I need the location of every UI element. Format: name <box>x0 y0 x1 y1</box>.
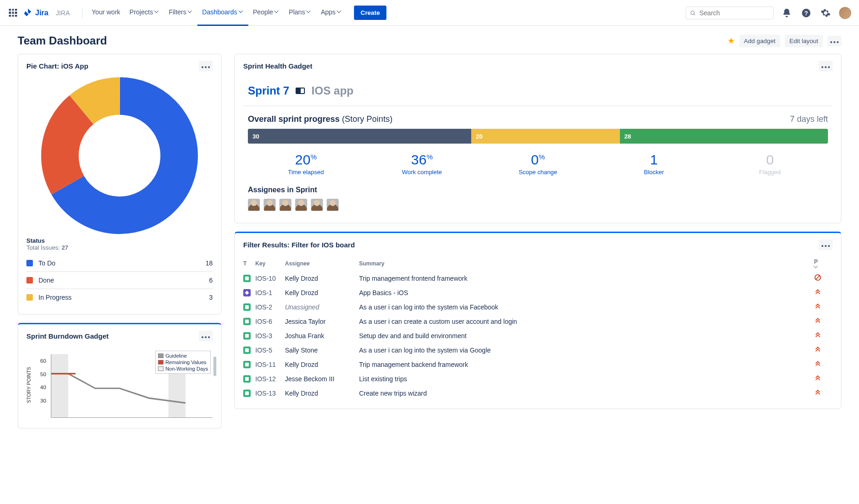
issue-key[interactable]: IOS-6 <box>255 318 272 325</box>
issue-summary[interactable]: App Basics - iOS <box>359 289 408 296</box>
global-search[interactable] <box>686 6 774 19</box>
assignee-avatar[interactable] <box>327 199 339 211</box>
metric-scope-change[interactable]: 0%Scope change <box>480 152 596 176</box>
nav-your-work[interactable]: Your work <box>87 0 125 26</box>
metric-blocker[interactable]: 1Blocker <box>596 152 712 176</box>
issue-summary[interactable]: List existing trips <box>359 375 407 383</box>
chevron-down-icon <box>275 10 279 14</box>
table-row[interactable]: IOS-12 Jesse Beckom III List existing tr… <box>243 372 833 386</box>
table-row[interactable]: IOS-10 Kelly Drozd Trip management front… <box>243 271 833 285</box>
col-key[interactable]: Key <box>255 256 285 271</box>
story-icon <box>243 346 251 354</box>
legend-count: 6 <box>209 277 213 284</box>
days-left: 7 days left <box>790 114 828 124</box>
search-input[interactable] <box>698 9 770 17</box>
nav-items: Your workProjectsFiltersDashboardsPeople… <box>87 0 347 26</box>
legend-swatch <box>26 277 33 284</box>
issue-summary[interactable]: As a user i can log into the system via … <box>359 303 498 311</box>
issue-summary[interactable]: Trip management backend framework <box>359 361 468 368</box>
issue-key[interactable]: IOS-1 <box>255 289 272 296</box>
story-icon <box>243 303 251 311</box>
table-row[interactable]: IOS-13 Kelly Drozd Create new trips wiza… <box>243 386 833 400</box>
pie-more-button[interactable] <box>199 61 213 71</box>
metric-flagged[interactable]: 0Flagged <box>712 152 828 176</box>
filter-more-button[interactable] <box>819 239 833 250</box>
priority-icon <box>814 285 833 300</box>
legend-count: 18 <box>205 259 213 267</box>
legend-row[interactable]: To Do 18 <box>26 255 213 272</box>
pie-legend: To Do 18 Done 6 In Progress 3 <box>26 255 213 306</box>
issue-summary[interactable]: Setup dev and and build environment <box>359 332 467 340</box>
legend-row[interactable]: Done 6 <box>26 272 213 289</box>
progress-segment: 30 <box>248 129 471 144</box>
sprint-metrics: 20%Time elapsed36%Work complete0%Scope c… <box>248 152 828 176</box>
assignee-avatar[interactable] <box>295 199 307 211</box>
issue-assignee[interactable]: Kelly Drozd <box>285 390 318 397</box>
issue-key[interactable]: IOS-11 <box>255 361 276 368</box>
legend-row[interactable]: In Progress 3 <box>26 289 213 306</box>
metric-work-complete[interactable]: 36%Work complete <box>364 152 480 176</box>
col-priority[interactable]: P <box>814 256 833 271</box>
assignee-avatar[interactable] <box>264 199 276 211</box>
create-button[interactable]: Create <box>354 6 386 20</box>
jira-logo[interactable]: Jira <box>23 8 48 18</box>
issue-summary[interactable]: Trip management frontend framework <box>359 275 467 282</box>
col-type[interactable]: T <box>243 256 255 271</box>
assignee-avatar[interactable] <box>248 199 260 211</box>
issue-assignee[interactable]: Jesse Beckom III <box>285 375 335 383</box>
table-row[interactable]: IOS-3 Joshua Frank Setup dev and and bui… <box>243 328 833 343</box>
issue-assignee[interactable]: Kelly Drozd <box>285 275 318 282</box>
table-row[interactable]: IOS-6 Jessica Taylor As a user i can cre… <box>243 314 833 328</box>
issue-key[interactable]: IOS-2 <box>255 303 272 311</box>
nav-apps[interactable]: Apps <box>316 0 347 26</box>
issue-assignee[interactable]: Kelly Drozd <box>285 361 318 368</box>
issue-key[interactable]: IOS-3 <box>255 332 272 340</box>
col-summary[interactable]: Summary <box>359 256 814 271</box>
star-icon[interactable]: ★ <box>727 36 735 46</box>
table-row[interactable]: IOS-1 Kelly Drozd App Basics - iOS <box>243 285 833 300</box>
burndown-legend-item: Remaining Values <box>158 359 208 365</box>
burndown-legend-item: Guideline <box>158 353 208 359</box>
table-row[interactable]: IOS-11 Kelly Drozd Trip management backe… <box>243 357 833 372</box>
issue-key[interactable]: IOS-12 <box>255 375 276 383</box>
issue-summary[interactable]: As a user i can create a custom user acc… <box>359 318 517 325</box>
nav-plans[interactable]: Plans <box>284 0 316 26</box>
issue-assignee[interactable]: Joshua Frank <box>285 332 324 340</box>
nav-people[interactable]: People <box>248 0 284 26</box>
settings-icon[interactable] <box>819 6 832 19</box>
assignee-avatar[interactable] <box>311 199 323 211</box>
notifications-icon[interactable] <box>780 6 793 19</box>
issue-assignee[interactable]: Jessica Taylor <box>285 318 326 325</box>
issue-summary[interactable]: Create new trips wizard <box>359 390 427 397</box>
issue-assignee[interactable]: Kelly Drozd <box>285 289 318 296</box>
story-icon <box>243 375 251 383</box>
dashboard-more-button[interactable] <box>827 36 841 46</box>
col-assignee[interactable]: Assignee <box>285 256 359 271</box>
edit-layout-button[interactable]: Edit layout <box>785 35 823 47</box>
svg-line-18 <box>816 276 820 279</box>
assignee-avatar[interactable] <box>279 199 291 211</box>
sprint-name[interactable]: Sprint 7 <box>248 84 289 97</box>
profile-avatar[interactable] <box>839 6 852 19</box>
nav-projects[interactable]: Projects <box>125 0 164 26</box>
epic-icon <box>243 289 251 296</box>
sprint-health-card: Sprint Health Gadget Sprint 7 IOS app Ov… <box>234 54 841 223</box>
issue-summary[interactable]: As a user i can log into the system via … <box>359 346 491 354</box>
metric-time-elapsed[interactable]: 20%Time elapsed <box>248 152 364 176</box>
table-row[interactable]: IOS-2 Unassigned As a user i can log int… <box>243 300 833 314</box>
help-icon[interactable]: ? <box>800 6 813 19</box>
nav-filters[interactable]: Filters <box>164 0 197 26</box>
burndown-more-button[interactable] <box>199 331 213 341</box>
sprint-board-icon <box>296 88 305 94</box>
issue-assignee[interactable]: Sally Stone <box>285 346 318 354</box>
sprint-more-button[interactable] <box>819 61 833 71</box>
add-gadget-button[interactable]: Add gadget <box>739 35 780 47</box>
burndown-legend: GuidelineRemaining ValuesNon-Working Day… <box>155 351 211 374</box>
app-switcher-icon[interactable] <box>7 7 19 19</box>
table-row[interactable]: IOS-5 Sally Stone As a user i can log in… <box>243 343 833 357</box>
issue-key[interactable]: IOS-5 <box>255 346 272 354</box>
issue-key[interactable]: IOS-10 <box>255 275 276 282</box>
issue-assignee[interactable]: Unassigned <box>285 303 319 311</box>
nav-dashboards[interactable]: Dashboards <box>197 0 248 26</box>
issue-key[interactable]: IOS-13 <box>255 390 276 397</box>
